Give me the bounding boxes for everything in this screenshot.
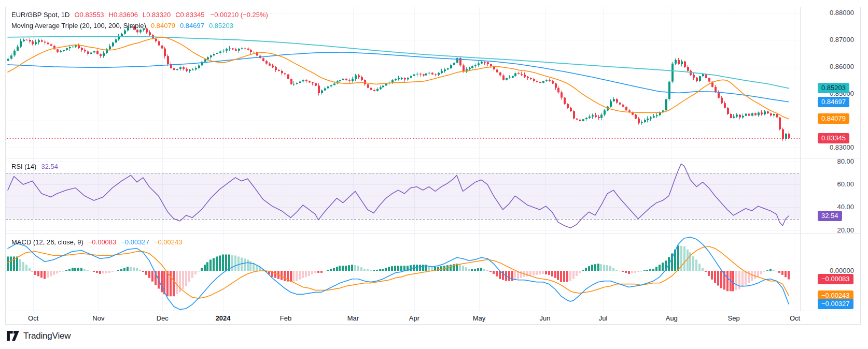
rsi-title[interactable]: RSI (14) [11, 163, 36, 170]
price-scale-label: 0.88000 [830, 9, 854, 17]
ohlc-low: L0.83320 [143, 11, 171, 19]
last-price-badge: 0.83345 [818, 133, 849, 143]
time-axis-label: Feb [280, 314, 291, 322]
macd-hist-badge: −0.00083 [818, 274, 853, 284]
macd-hist-value: −0.00083 [88, 238, 117, 246]
rsi-scale-label: 80.00 [837, 157, 854, 165]
tradingview-logo[interactable]: TradingView [7, 331, 71, 341]
symbol-title[interactable]: EUR/GBP Spot, 1D [11, 11, 69, 19]
macd-signal-value: −0.00243 [154, 238, 183, 246]
ma100-price-badge: 0.84697 [818, 97, 849, 107]
pane-separator[interactable] [6, 233, 860, 234]
time-axis-label: Jul [599, 314, 608, 322]
time-axis-label: Oct [790, 314, 800, 322]
rsi-value-badge: 32.54 [818, 211, 842, 221]
tradingview-chart-page: { "header": { "symbol": "EUR/GBP Spot, 1… [0, 0, 868, 349]
macd-line-value: −0.00327 [121, 238, 149, 246]
tradingview-logo-text: TradingView [23, 331, 71, 341]
chart-plot-canvas[interactable] [6, 7, 800, 311]
price-scale[interactable]: 0.880000.870000.860000.850000.8300080.00… [800, 7, 860, 311]
macd-header: MACD (12, 26, close, 9) −0.00083 −0.0032… [11, 238, 183, 246]
ma100-value: 0.84697 [180, 22, 204, 30]
price-scale-label: 0.87000 [830, 36, 854, 43]
ma-indicator-title[interactable]: Moving Average Triple (20, 100, 200, Sim… [11, 22, 146, 30]
ohlc-open: O0.83553 [74, 11, 104, 19]
time-axis-label: May [473, 314, 486, 322]
ma20-price-badge: 0.84079 [818, 113, 849, 124]
price-scale-label: 0.86000 [830, 63, 854, 70]
rsi-header: RSI (14) 32.54 [11, 163, 58, 170]
time-axis-label: Oct [28, 314, 38, 322]
time-axis-label: Apr [409, 314, 419, 322]
ohlc-high: H0.83606 [109, 11, 138, 19]
time-axis-label: Jun [539, 314, 550, 322]
macd-line-badge: −0.00327 [818, 299, 853, 309]
pane-separator[interactable] [6, 158, 860, 158]
rsi-scale-label: 40.00 [837, 203, 854, 211]
rsi-value: 32.54 [41, 163, 58, 170]
time-axis-label: Mar [347, 314, 359, 322]
symbol-header: EUR/GBP Spot, 1D O0.83553 H0.83606 L0.83… [11, 11, 268, 19]
price-change: −0.00210 (−0.25%) [211, 11, 268, 19]
macd-title[interactable]: MACD (12, 26, close, 9) [11, 238, 83, 246]
time-axis[interactable]: OctNovDec2024FebMarAprMayJunJulAugSepOct [6, 311, 860, 324]
rsi-scale-label: 60.00 [837, 180, 854, 188]
ma200-price-badge: 0.85203 [818, 83, 849, 93]
tradingview-logo-icon [7, 331, 19, 341]
time-axis-label: Dec [157, 314, 169, 322]
ma-indicator-header: Moving Average Triple (20, 100, 200, Sim… [11, 22, 233, 30]
price-scale-label: 0.83000 [830, 143, 854, 151]
time-axis-label: 2024 [216, 314, 231, 322]
macd-scale-label: 0.00000 [830, 267, 854, 274]
time-axis-label: Nov [92, 314, 104, 322]
ma200-value: 0.85203 [209, 22, 233, 30]
ohlc-close: C0.83345 [175, 11, 204, 19]
time-axis-label: Sep [727, 314, 739, 322]
ma20-value: 0.84079 [151, 22, 175, 30]
chart-widget: EUR/GBP Spot, 1D O0.83553 H0.83606 L0.83… [5, 7, 861, 325]
time-axis-label: Aug [666, 314, 678, 322]
